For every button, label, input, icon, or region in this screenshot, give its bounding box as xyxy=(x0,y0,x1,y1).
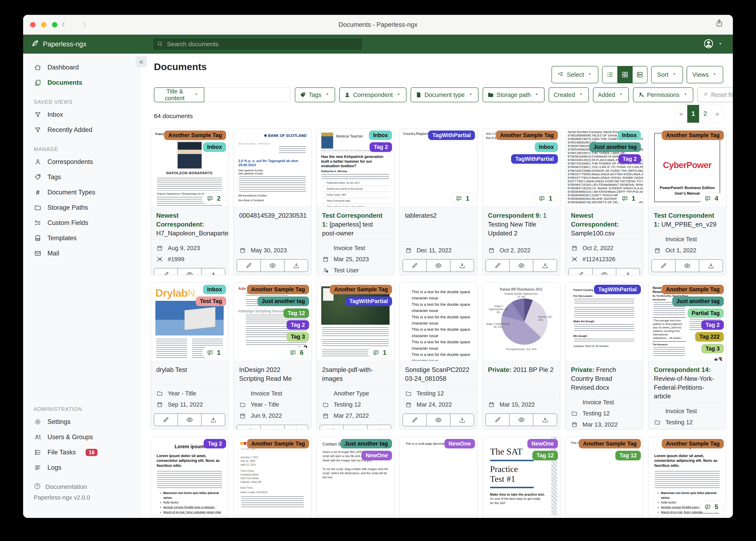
document-title-link[interactable]: Private: 2011 BP Pie 2 xyxy=(483,361,560,396)
tag-badge[interactable]: Inbox xyxy=(203,285,226,294)
sidebar-item-tags[interactable]: Tags xyxy=(23,170,140,185)
comment-count-badge[interactable]: 1 xyxy=(617,192,640,205)
document-thumbnail[interactable]: Test Name123-456-7890January 2, 2022July… xyxy=(234,437,311,515)
comment-count-badge[interactable]: 5 xyxy=(699,501,723,513)
select-button[interactable]: Select xyxy=(552,66,598,83)
tags-filter-button[interactable]: Tags xyxy=(295,87,335,102)
tag-badge[interactable]: NewOne xyxy=(444,439,475,448)
sidebar-item-correspondents[interactable]: Correspondents xyxy=(23,154,140,170)
comment-count-badge[interactable]: 4 xyxy=(699,192,723,205)
tag-badge[interactable]: Tag 12 xyxy=(615,451,641,460)
grid-view-button[interactable] xyxy=(617,66,632,83)
tag-badge[interactable]: TagWithPartial xyxy=(594,285,641,294)
document-thumbnail[interactable]: This is a multi page document. Page 1.Ne… xyxy=(400,437,477,515)
preview-button[interactable] xyxy=(343,425,367,429)
document-title-link[interactable] xyxy=(483,515,560,518)
document-thumbnail[interactable]: Another Sample TagTagWithPartial1 xyxy=(317,283,394,361)
tag-badge[interactable]: Tag 222 xyxy=(695,332,724,341)
document-thumbnail[interactable]: DrylabNNETFLIXInboxTest Tag1 xyxy=(151,283,228,361)
list-view-button[interactable] xyxy=(602,66,617,83)
app-brand[interactable]: Paperless-ngx xyxy=(23,39,86,49)
document-title-link[interactable]: Newest Correspondent: H7_Napoleon_Bonapa… xyxy=(151,207,228,240)
edit-button[interactable] xyxy=(154,269,177,275)
preview-button[interactable] xyxy=(592,269,616,275)
comment-count-badge[interactable]: 1 xyxy=(202,346,226,359)
correspondent-link[interactable]: Newest Correspondent: xyxy=(156,212,204,228)
document-thumbnail[interactable]: This is a test for the double space char… xyxy=(400,283,477,361)
preview-button[interactable] xyxy=(177,414,201,426)
permissions-filter-button[interactable]: Permissions xyxy=(633,87,693,102)
search-input[interactable] xyxy=(167,40,359,48)
tag-badge[interactable]: Inbox xyxy=(535,142,558,152)
document-title-link[interactable]: Private: French Country Bread Revised.do… xyxy=(566,361,643,393)
browser-forward-button[interactable] xyxy=(78,18,90,31)
tag-badge[interactable]: Tag 2 xyxy=(370,142,392,152)
document-thumbnail[interactable]: ❋ BANK OF SCOTLANDBank of Scotland · 108… xyxy=(234,129,311,207)
tag-badge[interactable]: Tag 2 xyxy=(204,439,226,448)
download-button[interactable] xyxy=(450,414,474,426)
document-type-filter-button[interactable]: Document type xyxy=(411,87,478,102)
correspondent-link[interactable]: Private: xyxy=(488,366,511,373)
edit-button[interactable] xyxy=(486,414,509,426)
document-title-link[interactable]: Sonstige ScanPC2022 03-24_081058 xyxy=(400,361,477,385)
views-button[interactable]: Views xyxy=(687,66,723,83)
pagination-page-2[interactable]: 2 xyxy=(699,105,711,123)
document-title-link[interactable] xyxy=(317,515,394,518)
edit-button[interactable] xyxy=(320,425,343,429)
reset-filters-button[interactable]: Reset filters xyxy=(697,87,733,102)
download-button[interactable] xyxy=(284,425,308,429)
tag-badge[interactable]: Inbox xyxy=(618,131,641,140)
preview-button[interactable] xyxy=(426,260,450,271)
tag-badge[interactable]: NewOne xyxy=(361,451,392,460)
download-button[interactable] xyxy=(367,425,391,429)
document-title-link[interactable]: 2sample-pdf-with-images xyxy=(317,361,394,385)
tag-badge[interactable]: Another Sample Tag xyxy=(330,285,392,294)
document-thumbnail[interactable]: Lorem ipsumLorem ipsum dolor sit amet, c… xyxy=(151,437,228,515)
preview-button[interactable] xyxy=(260,425,284,429)
edit-button[interactable] xyxy=(569,269,592,275)
document-thumbnail[interactable]: This is a testAnother Sample TagTag 12 xyxy=(566,437,643,515)
pagination-prev-button[interactable]: « xyxy=(675,105,687,123)
preview-button[interactable] xyxy=(675,260,699,272)
document-thumbnail[interactable]: The SATPracticeTest #1Make time to take … xyxy=(483,437,560,515)
pagination-page-1[interactable]: 1 xyxy=(687,105,699,123)
sidebar-item-settings[interactable]: Settings xyxy=(23,414,140,429)
preview-button[interactable] xyxy=(509,414,533,426)
document-thumbnail[interactable]: CyberPowerPowerPanel® Business EditionUs… xyxy=(649,129,726,207)
document-title-link[interactable]: Correspondent 9: 1 Testing New Title Upd… xyxy=(483,207,560,242)
tag-badge[interactable]: Another Sample Tag xyxy=(579,439,641,448)
sidebar-item-file-tasks[interactable]: File Tasks16 xyxy=(23,445,140,460)
document-thumbnail[interactable]: French Country BreadFor the LeavenMake t… xyxy=(566,283,643,361)
share-button[interactable] xyxy=(715,19,724,28)
tag-badge[interactable]: Another Sample Tag xyxy=(164,131,226,140)
correspondent-link[interactable]: Newest Correspondent: xyxy=(571,212,619,228)
tag-badge[interactable]: Tag 3 xyxy=(287,332,309,341)
correspondent-link[interactable]: Correspondent 9: xyxy=(488,212,541,219)
tag-badge[interactable]: NewOne xyxy=(527,439,558,448)
preview-button[interactable] xyxy=(509,260,533,271)
edit-button[interactable] xyxy=(403,260,426,271)
tag-badge[interactable]: Another Sample Tag xyxy=(247,285,309,294)
edit-button[interactable] xyxy=(154,414,177,426)
tag-badge[interactable]: Just another tag xyxy=(258,296,309,306)
download-button[interactable] xyxy=(201,269,225,275)
comment-count-badge[interactable]: 2 xyxy=(202,192,226,205)
comment-count-badge[interactable]: 1 xyxy=(368,346,392,359)
preview-button[interactable] xyxy=(260,260,284,271)
sort-button[interactable]: Sort xyxy=(651,66,683,83)
sidebar-collapse-button[interactable]: « xyxy=(136,56,147,67)
document-thumbnail[interactable]: Patient BP Distribution 2011Isolated Sys… xyxy=(483,283,560,361)
document-thumbnail[interactable]: Contact Sheet DemoGiven a set of image f… xyxy=(317,437,394,515)
preview-button[interactable] xyxy=(177,269,201,275)
sidebar-item-users-groups[interactable]: Users & Groups xyxy=(23,429,140,445)
tag-badge[interactable]: Tag 2 xyxy=(287,320,309,330)
download-button[interactable] xyxy=(450,260,474,271)
sidebar-item-storage-paths[interactable]: Storage Paths xyxy=(23,200,140,215)
document-title-link[interactable]: drylab Test xyxy=(151,361,228,385)
account-menu[interactable] xyxy=(703,35,723,54)
tag-badge[interactable]: TagWithPartial xyxy=(511,154,558,164)
title-content-filter-input[interactable] xyxy=(204,87,291,102)
document-thumbnail[interactable]: Review of Arbitral Awards shows Swift Re… xyxy=(649,283,726,361)
document-thumbnail[interactable]: Lorem ipsumLorem ipsum dolor sit amet, c… xyxy=(649,437,726,515)
sidebar-item-mail[interactable]: Mail xyxy=(23,246,140,261)
